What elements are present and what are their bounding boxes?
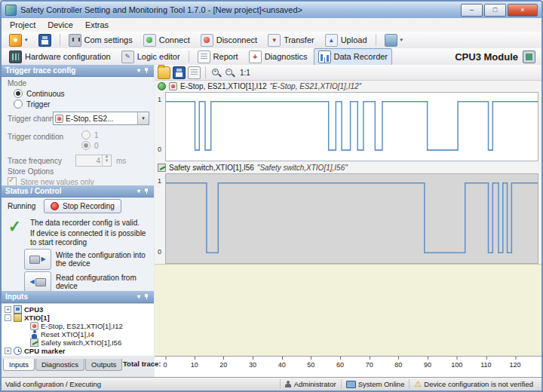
user-icon: [285, 381, 292, 388]
report-label: Report: [213, 52, 238, 61]
logic-editor-button[interactable]: Logic editor: [117, 48, 185, 66]
status-panel-header: Status / Control ▾: [2, 185, 154, 198]
condition-1-radio[interactable]: [81, 130, 90, 139]
tree-item[interactable]: Safety switch,XTIO[1],I56: [5, 338, 154, 347]
close-button[interactable]: ×: [508, 4, 538, 17]
chart2-subtitle: "Safety switch,XTIO[1],I56": [257, 164, 348, 172]
collapse-icon[interactable]: ▾: [137, 294, 140, 300]
maximize-button[interactable]: □: [484, 4, 506, 17]
copy-icon[interactable]: [188, 66, 201, 79]
chart2-row: 1 0: [155, 173, 541, 264]
tree-item[interactable]: +CPU3: [5, 305, 154, 314]
read-config-label: Read configuration from device: [56, 274, 148, 290]
warning-label: Device configuration is not verified: [424, 380, 533, 388]
menu-device[interactable]: Device: [41, 19, 79, 31]
tree-expander[interactable]: -: [5, 314, 11, 321]
inputs-panel-title: Inputs: [5, 292, 28, 301]
zoom-in-icon[interactable]: +: [210, 67, 222, 78]
tree-item[interactable]: Reset XTIO[1],I4: [5, 330, 154, 338]
pin-icon[interactable]: [143, 293, 150, 300]
com-settings-label: Com settings: [84, 35, 133, 44]
axis-tick: 50: [307, 361, 314, 369]
recording-active-icon: [158, 82, 166, 90]
toolbar-separator: [60, 34, 60, 46]
trigger-panel-header: Trigger trace config ▾: [2, 65, 154, 77]
spin-down-icon[interactable]: ▼: [105, 161, 109, 165]
collapse-icon[interactable]: ▾: [137, 68, 140, 74]
disconnect-button[interactable]: Disconnect: [196, 32, 262, 49]
tree-item-label: XTIO[1]: [24, 314, 50, 322]
menu-extras[interactable]: Extras: [79, 19, 115, 31]
window-title: Safety Controller Setting and Monitoring…: [20, 5, 457, 14]
trigger-channel-select[interactable]: E-Stop, ES2... ▾: [53, 112, 149, 125]
tree-item[interactable]: +CPU marker: [5, 347, 154, 355]
minimize-button[interactable]: –: [461, 4, 483, 17]
inputs-tree: +CPU3-XTIO[1]E-Stop, ES21,XTIO[1],I12Res…: [2, 303, 154, 356]
pin-icon[interactable]: [143, 188, 150, 194]
record-stop-icon: [51, 202, 59, 210]
chart2-plot[interactable]: [165, 173, 538, 264]
mode-label: Mode: [8, 79, 26, 87]
image-icon: [385, 34, 397, 47]
trigger-panel-body: Mode Continuous Trigger Trigger channel …: [2, 77, 154, 185]
condition-0-radio[interactable]: [81, 141, 90, 150]
tree-expander[interactable]: +: [5, 306, 11, 313]
running-label: Running: [8, 202, 35, 210]
tab-diagnostics[interactable]: Diagnostics: [35, 359, 84, 371]
tree-expander[interactable]: +: [5, 348, 11, 354]
hardware-configuration-button[interactable]: Hardware configuration: [5, 48, 115, 66]
image-tools-button[interactable]: ▾: [380, 32, 408, 49]
statusbar-user: Administrator: [280, 379, 341, 389]
tree-item[interactable]: E-Stop, ES21,XTIO[1],I12: [5, 322, 154, 330]
trigger-radio[interactable]: [14, 100, 23, 109]
zoom-one-to-one[interactable]: 1:1: [238, 69, 253, 77]
upload-label: Upload: [341, 35, 367, 44]
tab-inputs[interactable]: Inputs: [3, 359, 35, 371]
collapse-icon[interactable]: ▾: [137, 188, 140, 194]
stop-recording-button[interactable]: Stop Recording: [44, 199, 121, 213]
connect-label: Connect: [159, 35, 190, 44]
save-icon[interactable]: [173, 66, 186, 79]
menu-project[interactable]: Project: [4, 19, 41, 31]
transfer-button[interactable]: Transfer: [263, 32, 319, 49]
upload-icon: [325, 34, 338, 47]
project-wizard-button[interactable]: ▾: [5, 32, 32, 49]
trigger-channel-label: Trigger channel: [8, 115, 60, 123]
statusbar-left-text: Valid configuration / Executing: [5, 380, 101, 388]
trace-frequency-input[interactable]: 4 ▲ ▼: [75, 155, 112, 167]
views-toolbar: Hardware configuration Logic editor Repo…: [2, 48, 541, 66]
trigger-label: Trigger: [26, 100, 50, 109]
com-settings-icon: [69, 34, 81, 47]
tree-item[interactable]: -XTIO[1]: [5, 314, 154, 322]
upload-button[interactable]: Upload: [321, 32, 372, 49]
pin-icon[interactable]: [143, 67, 150, 74]
axis-tick: 0: [163, 361, 167, 369]
com-settings-button[interactable]: Com settings: [64, 32, 137, 49]
axis-tick: 70: [366, 361, 373, 369]
tree-item-label: Reset XTIO[1],I4: [41, 330, 94, 338]
diagnostics-button[interactable]: Diagnostics: [244, 48, 312, 66]
status-bar: Valid configuration / Executing Administ…: [2, 377, 541, 390]
disconnect-label: Disconnect: [216, 35, 257, 44]
tab-outputs[interactable]: Outputs: [85, 359, 122, 371]
save-button[interactable]: [34, 32, 56, 49]
read-config-button[interactable]: ◀: [24, 271, 51, 292]
report-button[interactable]: Report: [193, 48, 243, 66]
status-panel-title: Status / Control: [5, 187, 61, 195]
chart1-plot[interactable]: [165, 92, 538, 161]
axis-tick: 90: [424, 361, 431, 369]
safety-switch-icon: [158, 164, 166, 172]
data-recorder-button[interactable]: Data Recorder: [314, 48, 393, 66]
connect-button[interactable]: Connect: [139, 32, 195, 49]
zoom-out-icon[interactable]: −: [224, 67, 235, 78]
transfer-icon: [268, 34, 281, 47]
app-window: Safety Controller Setting and Monitoring…: [0, 0, 543, 392]
system-online-label: System Online: [358, 380, 405, 388]
continuous-radio[interactable]: [14, 89, 23, 98]
time-axis: Total trace: 010203040506070809010011012…: [155, 356, 541, 377]
recorder-toolbar: + − 1:1: [155, 65, 541, 81]
open-icon[interactable]: [158, 66, 170, 79]
write-config-button[interactable]: ▶: [24, 249, 51, 270]
dropdown-caret-icon[interactable]: ▾: [137, 112, 149, 124]
continuous-label: Continuous: [26, 90, 65, 98]
